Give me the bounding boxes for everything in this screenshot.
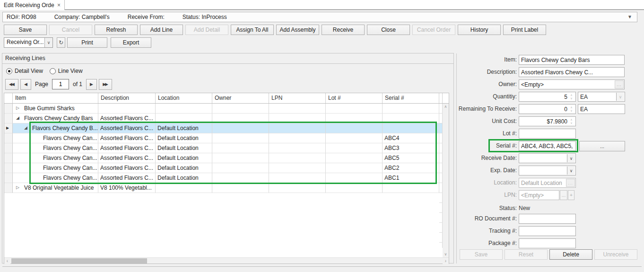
quantity-field-input[interactable]: [519, 92, 575, 101]
owner-field-input[interactable]: [519, 80, 624, 89]
grid-row[interactable]: Flavors Chewy Can...Assorted Flavors C..…: [4, 173, 449, 183]
expand-closed-icon[interactable]: ▷: [16, 185, 19, 190]
expand-closed-icon[interactable]: ▷: [16, 105, 19, 110]
unit-cost-field-input[interactable]: [519, 117, 575, 126]
item-field[interactable]: [519, 55, 625, 65]
order-summary-bar[interactable]: RO#: RO98 Company: Campbell's Receive Fr…: [2, 12, 637, 22]
cell-location[interactable]: Default Location: [156, 163, 212, 173]
cell-description[interactable]: Assorted Flavors C...: [98, 114, 156, 123]
cell-lpn[interactable]: [269, 183, 326, 193]
cell-lpn[interactable]: [269, 153, 326, 163]
cell-description[interactable]: Assorted Flavors C...: [98, 153, 156, 163]
print-label-button[interactable]: Print Label: [503, 25, 546, 35]
radio-detail-view[interactable]: Detail View: [6, 68, 43, 74]
assign-to-all-button[interactable]: Assign To All: [231, 25, 274, 35]
receive-date-field[interactable]: ∨: [519, 153, 576, 163]
serial-field[interactable]: [519, 141, 576, 151]
chevron-down-icon[interactable]: ∨: [567, 167, 575, 175]
remaining-field-input[interactable]: [519, 105, 575, 114]
cell-item[interactable]: Flavors Chewy Can...: [13, 153, 98, 163]
cell-description[interactable]: Assorted Flavors C...: [98, 123, 156, 133]
grid-row[interactable]: Flavors Chewy Can...Assorted Flavors C..…: [4, 133, 449, 143]
exp-date-field[interactable]: ∨: [519, 166, 576, 175]
tab-edit-receiving-order[interactable]: Edit Receiving Order ×: [0, 0, 65, 10]
cell-location[interactable]: Default Location: [156, 143, 212, 153]
spinner-icon[interactable]: ∧∨: [568, 117, 574, 126]
ro-document-field-input[interactable]: [519, 214, 575, 223]
cell-owner[interactable]: [212, 173, 269, 183]
cell-location[interactable]: [156, 183, 212, 193]
cell-item[interactable]: Flavors Chewy Can...: [13, 143, 98, 153]
chevron-down-icon[interactable]: ▼: [627, 14, 632, 19]
cell-location[interactable]: [156, 104, 212, 114]
serial-ellipsis-button[interactable]: ...: [579, 141, 625, 151]
spinner-icon[interactable]: ∧∨: [568, 93, 574, 101]
report-select[interactable]: Receiving Or... ∨: [4, 37, 53, 48]
expand-open-icon[interactable]: ◢: [16, 115, 19, 120]
receive-button[interactable]: Receive: [322, 25, 365, 35]
column-header-owner[interactable]: Owner: [212, 93, 269, 103]
column-header-description[interactable]: Description: [98, 93, 156, 103]
scroll-down-icon[interactable]: ∨: [443, 251, 449, 257]
export-button[interactable]: Export: [111, 37, 151, 48]
cell-description[interactable]: V8 100% Vegetabl...: [98, 183, 156, 193]
cell-lot[interactable]: [326, 133, 383, 143]
refresh-reports-icon[interactable]: ↻: [57, 37, 65, 48]
cell-owner[interactable]: [212, 104, 269, 114]
cell-owner[interactable]: [212, 143, 269, 153]
cell-lpn[interactable]: [269, 173, 326, 183]
owner-field[interactable]: ...: [519, 79, 625, 89]
cell-location[interactable]: [156, 114, 212, 123]
remaining-field[interactable]: ∧∨: [519, 104, 576, 114]
scrollbar-thumb[interactable]: [11, 258, 147, 263]
cell-item[interactable]: ◢Flavors Chewy Candy Bars: [13, 114, 98, 123]
package-field-input[interactable]: [519, 239, 575, 248]
cell-item[interactable]: Flavors Chewy Can...: [13, 173, 98, 183]
expand-open-icon[interactable]: ◢: [24, 125, 27, 130]
page-number-input[interactable]: [52, 79, 69, 89]
chevron-down-icon[interactable]: ∨: [44, 38, 52, 47]
description-field[interactable]: [519, 67, 625, 77]
item-field-input[interactable]: [519, 55, 624, 64]
cell-item[interactable]: ▷V8 Original Vegetable Juice: [13, 183, 98, 193]
column-header-item[interactable]: Item: [13, 93, 98, 103]
cell-lot[interactable]: [326, 123, 383, 133]
cell-owner[interactable]: [212, 153, 269, 163]
grid-row[interactable]: ▶◢Flavors Chewy Candy B...Assorted Flavo…: [4, 123, 449, 133]
cell-owner[interactable]: [212, 123, 269, 133]
cell-location[interactable]: Default Location: [156, 173, 212, 183]
cell-description[interactable]: [98, 104, 156, 114]
ellipsis-icon[interactable]: ...: [615, 80, 624, 88]
cell-lot[interactable]: [326, 104, 383, 114]
cell-description[interactable]: Assorted Flavors C...: [98, 163, 156, 173]
cell-item[interactable]: ◢Flavors Chewy Candy B...: [13, 123, 98, 133]
delete-detail-button[interactable]: Delete: [549, 249, 592, 260]
cell-owner[interactable]: [212, 163, 269, 173]
quantity-field[interactable]: ∧∨: [519, 92, 576, 102]
cell-owner[interactable]: [212, 183, 269, 193]
cell-lot[interactable]: [326, 173, 383, 183]
cell-description[interactable]: Assorted Flavors C...: [98, 143, 156, 153]
column-header-location[interactable]: Location: [156, 93, 212, 103]
cell-lot[interactable]: [326, 163, 383, 173]
last-page-button[interactable]: ▶▶: [99, 79, 112, 90]
tracking-field-input[interactable]: [519, 227, 575, 236]
cell-location[interactable]: Default Location: [156, 123, 212, 133]
first-page-button[interactable]: ◀◀: [5, 79, 18, 90]
spinner-icon[interactable]: ∧∨: [568, 105, 574, 114]
cell-lot[interactable]: [326, 114, 383, 123]
serial-field-input[interactable]: [519, 141, 575, 150]
cell-lpn[interactable]: [269, 133, 326, 143]
column-header-lot[interactable]: Lot #: [326, 93, 383, 103]
grid-row[interactable]: Flavors Chewy Can...Assorted Flavors C..…: [4, 143, 449, 153]
cell-description[interactable]: Assorted Flavors C...: [98, 133, 156, 143]
cell-location[interactable]: Default Location: [156, 153, 212, 163]
unit-cost-field[interactable]: ∧∨: [519, 116, 576, 126]
scroll-right-icon[interactable]: ›: [443, 258, 449, 264]
grid-row[interactable]: Flavors Chewy Can...Assorted Flavors C..…: [4, 163, 449, 173]
description-field-input[interactable]: [519, 68, 624, 77]
cell-owner[interactable]: [212, 114, 269, 123]
add-assembly-button[interactable]: Add Assembly: [276, 25, 319, 35]
cell-lot[interactable]: [326, 143, 383, 153]
grid-row[interactable]: ▷V8 Original Vegetable JuiceV8 100% Vege…: [4, 183, 449, 193]
